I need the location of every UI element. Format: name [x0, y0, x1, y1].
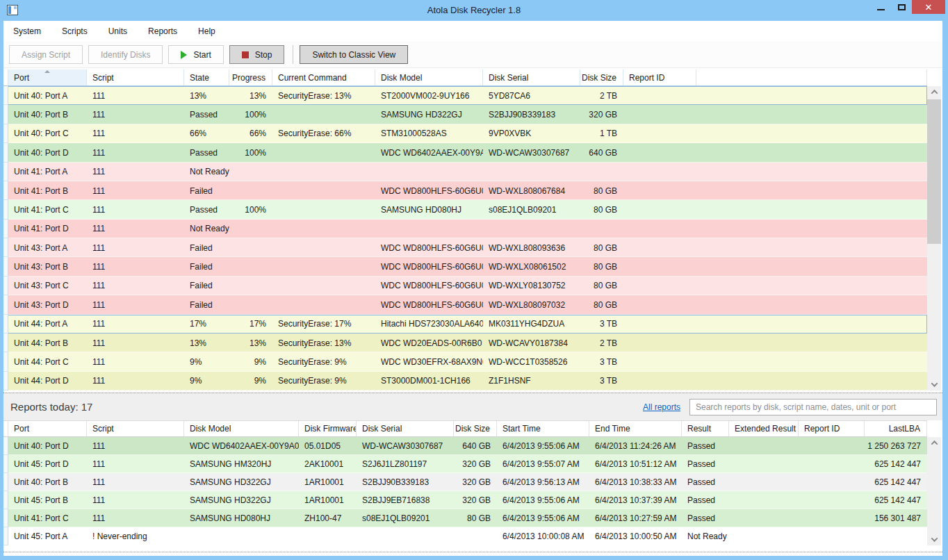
row-header-strip — [3, 421, 8, 436]
reports-row-unit-41-port-c[interactable]: Unit 41: Port C111SAMSUNG HD080HJZH100-4… — [3, 509, 927, 527]
ports-row-unit-41-port-c[interactable]: Unit 41: Port C111Passed100%SAMSUNG HD08… — [3, 200, 927, 219]
reports-column-lastlba[interactable]: LastLBA — [865, 421, 927, 436]
ports-column-disk-size[interactable]: Disk Size — [580, 69, 623, 85]
reports-column-disk-model[interactable]: Disk Model — [184, 421, 299, 436]
identify-disks-button[interactable]: Identify Disks — [88, 45, 163, 64]
scroll-up-icon[interactable] — [927, 437, 941, 449]
ports-column-disk-serial[interactable]: Disk Serial — [483, 69, 580, 85]
reports-cell-firmware: 2AK10001 — [299, 455, 357, 473]
start-button[interactable]: Start — [168, 45, 223, 64]
ports-row-unit-43-port-a[interactable]: Unit 43: Port A111FailedWDC WD800HLFS-60… — [3, 238, 927, 257]
scroll-down-icon[interactable] — [927, 534, 941, 545]
reports-cell-port: Unit 45: Port A — [8, 527, 87, 545]
scroll-up-icon[interactable] — [927, 86, 941, 98]
close-button[interactable]: ✕ — [912, 0, 945, 14]
ports-column-disk-model[interactable]: Disk Model — [375, 69, 483, 85]
ports-scrollbar[interactable] — [927, 86, 941, 390]
reports-column-report-id[interactable]: Report ID — [799, 421, 865, 436]
ports-column-report-id[interactable]: Report ID — [623, 69, 696, 85]
ports-row-unit-44-port-a[interactable]: Unit 44: Port A11117%17%SecurityErase: 1… — [3, 315, 927, 333]
ports-cell-serial: 9VP0XVBK — [483, 124, 580, 143]
maximize-button[interactable] — [891, 0, 912, 14]
menubar: System Scripts Units Reports Help — [3, 21, 942, 42]
ports-cell-filler — [696, 86, 927, 105]
ports-column-script[interactable]: Script — [87, 69, 184, 85]
reports-cell-serial: S2BJJ90B339183 — [357, 473, 454, 491]
ports-row-unit-43-port-d[interactable]: Unit 43: Port D111FailedWDC WD800HLFS-60… — [3, 295, 927, 314]
reports-column-script[interactable]: Script — [87, 421, 184, 436]
reports-cell-start_time: 6/4/2013 9:56:13 AM — [497, 473, 589, 491]
reports-cell-end_time: 6/4/2013 11:24:26 AM — [589, 437, 682, 455]
ports-row-unit-44-port-c[interactable]: Unit 44: Port C1119%9%SecurityErase: 9%W… — [3, 352, 927, 371]
reports-row-unit-45-port-a[interactable]: Unit 45: Port A! Never-ending6/4/2013 10… — [3, 527, 927, 545]
ports-cell-port: Unit 41: Port D — [8, 220, 87, 238]
menu-help[interactable]: Help — [188, 21, 226, 42]
reports-column-disk-firmware[interactable]: Disk Firmware — [299, 421, 357, 436]
ports-cell-filler — [696, 277, 927, 295]
reports-row-unit-45-port-d[interactable]: Unit 45: Port D111SAMSUNG HM320HJ2AK1000… — [3, 455, 927, 473]
ports-cell-state: 13% — [184, 86, 229, 105]
ports-cell-size: 80 GB — [580, 295, 623, 314]
ports-cell-report_id — [623, 315, 696, 333]
reports-cell-result: Passed — [682, 437, 729, 455]
ports-row-unit-41-port-d[interactable]: Unit 41: Port D111Not Ready — [3, 220, 927, 238]
ports-row-unit-40-port-c[interactable]: Unit 40: Port C11166%66%SecurityErase: 6… — [3, 124, 927, 143]
all-reports-link[interactable]: All reports — [643, 402, 680, 412]
reports-cell-report_id — [799, 473, 865, 491]
app-window: Atola Disk Recycler 1.8 ✕ System Scripts… — [0, 0, 948, 560]
scrollbar-thumb[interactable] — [927, 99, 941, 244]
splitter-dots — [3, 552, 942, 552]
scroll-down-icon[interactable] — [927, 379, 941, 390]
ports-column-current-command[interactable]: Current Command — [272, 69, 375, 85]
ports-row-unit-43-port-b[interactable]: Unit 43: Port B111FailedWDC WD800HLFS-60… — [3, 257, 927, 276]
reports-scrollbar[interactable] — [927, 437, 941, 545]
reports-column-disk-serial[interactable]: Disk Serial — [357, 421, 454, 436]
reports-column-extended-result[interactable]: Extended Result — [729, 421, 799, 436]
reports-column-disk-size[interactable]: Disk Size — [454, 421, 497, 436]
ports-header: PortScriptStateProgressCurrent CommandDi… — [3, 69, 927, 86]
reports-cell-firmware: 1AR10001 — [299, 491, 357, 509]
menu-scripts[interactable]: Scripts — [51, 21, 98, 42]
reports-row-unit-40-port-d[interactable]: Unit 40: Port D111WDC WD6402AAEX-00Y9A00… — [3, 437, 927, 455]
ports-row-unit-40-port-b[interactable]: Unit 40: Port B111Passed100%SAMSUNG HD32… — [3, 105, 927, 124]
ports-cell-model: WDC WD30EFRX-68AX9N0 — [375, 352, 483, 371]
ports-row-unit-44-port-d[interactable]: Unit 44: Port D1119%9%SecurityErase: 9%S… — [3, 372, 927, 390]
reports-cell-serial: s08EJ1QLB09201 — [357, 509, 454, 527]
ports-column-progress[interactable]: Progress — [229, 69, 272, 85]
menu-units[interactable]: Units — [98, 21, 138, 42]
reports-cell-size: 640 GB — [454, 437, 497, 455]
ports-row-unit-41-port-a[interactable]: Unit 41: Port A111Not Ready — [3, 163, 927, 181]
ports-cell-state: Not Ready — [184, 163, 229, 181]
reports-column-port[interactable]: Port — [8, 421, 87, 436]
reports-column-start-time[interactable]: Start Time — [497, 421, 589, 436]
switch-classic-view-button[interactable]: Switch to Classic View — [300, 45, 408, 64]
ports-row-unit-40-port-d[interactable]: Unit 40: Port D111Passed100%WDC WD6402AA… — [3, 143, 927, 162]
ports-cell-state: Failed — [184, 277, 229, 295]
ports-row-unit-40-port-a[interactable]: Unit 40: Port A11113%13%SecurityErase: 1… — [3, 86, 927, 105]
ports-row-unit-43-port-c[interactable]: Unit 43: Port C111FailedWDC WD800HLFS-60… — [3, 277, 927, 295]
reports-row-unit-45-port-b[interactable]: Unit 45: Port B111SAMSUNG HD322GJ1AR1000… — [3, 491, 927, 509]
row-header-strip — [3, 143, 8, 162]
search-input[interactable] — [689, 399, 937, 415]
reports-cell-end_time: 6/4/2013 10:27:59 AM — [589, 509, 682, 527]
reports-cell-end_time: 6/4/2013 10:38:33 AM — [589, 473, 682, 491]
ports-column-state[interactable]: State — [184, 69, 229, 85]
menu-system[interactable]: System — [3, 21, 51, 42]
ports-cell-size: 3 TB — [580, 352, 623, 371]
reports-column-result[interactable]: Result — [682, 421, 729, 436]
reports-row-unit-40-port-b[interactable]: Unit 40: Port B111SAMSUNG HD322GJ1AR1000… — [3, 473, 927, 491]
ports-cell-script: 111 — [87, 220, 184, 238]
row-header-strip — [3, 333, 8, 352]
menu-reports[interactable]: Reports — [138, 21, 188, 42]
stop-button[interactable]: Stop — [229, 45, 285, 64]
minimize-button[interactable] — [870, 0, 891, 14]
assign-script-button[interactable]: Assign Script — [9, 45, 83, 64]
reports-header: PortScriptDisk ModelDisk FirmwareDisk Se… — [3, 420, 927, 437]
ports-row-unit-44-port-b[interactable]: Unit 44: Port B11113%13%SecurityErase: 1… — [3, 333, 927, 352]
ports-row-unit-41-port-b[interactable]: Unit 41: Port B111FailedWDC WD800HLFS-60… — [3, 181, 927, 200]
ports-column-port[interactable]: Port — [8, 69, 87, 85]
window-content: System Scripts Units Reports Help Assign… — [3, 21, 942, 556]
row-header-strip — [3, 163, 8, 181]
reports-column-end-time[interactable]: End Time — [589, 421, 682, 436]
ports-cell-port: Unit 44: Port D — [8, 372, 87, 390]
